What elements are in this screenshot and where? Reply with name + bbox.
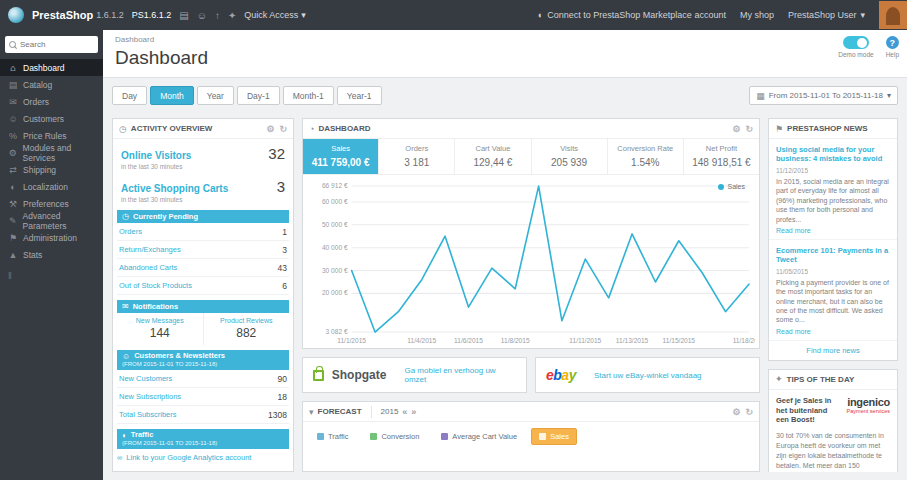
gear-icon[interactable]: ⚙ [732,407,740,417]
kpi-tab-net-profit[interactable]: Net Profit 148 918,51 € [684,139,759,174]
avg-cart-swatch-icon [441,433,448,440]
sidebar-collapse-button[interactable]: ‖ [8,271,103,281]
breadcrumb: Dashboard [115,35,154,44]
read-more-link[interactable]: Read more [776,328,890,335]
sidebar-item-localization[interactable]: ◐ Localization [0,178,103,195]
sales-chart-area: Sales 66 912 €60 000 €50 000 €40 000 €30… [303,175,759,348]
svg-text:11/15/2015: 11/15/2015 [663,337,696,344]
help-button[interactable]: ? Help [886,36,899,58]
legend-sales[interactable]: Sales [531,428,577,445]
legend-average-cart-value[interactable]: Average Cart Value [433,428,525,445]
envelope-icon: ✉ [122,302,129,311]
user-avatar[interactable] [879,1,907,29]
demo-mode-toggle[interactable]: Demo mode [838,36,873,58]
filter-year-button[interactable]: Year [197,86,234,105]
sidebar-item-customers[interactable]: ☺ Customers [0,110,103,127]
filter-day-1-button[interactable]: Day-1 [237,86,280,105]
chevron-down-icon: ▾ [301,10,306,20]
sidebar-item-catalog[interactable]: ▤ Catalog [0,76,103,93]
kpi-tab-visits[interactable]: Visits 205 939 [532,139,608,174]
filter-day-button[interactable]: Day [112,86,147,105]
filter-month-button[interactable]: Month [150,86,194,105]
modules-icon: ⚙ [8,148,18,158]
sidebar-item-price-rules[interactable]: % Price Rules [0,127,103,144]
kpi-tab-sales[interactable]: Sales 411 759,00 € [303,139,379,174]
sidebar-item-advanced-parameters[interactable]: ✎ Advanced Parameters [0,212,103,229]
article-title-link[interactable]: Ecommerce 101: Payments in a Tweet [776,246,890,265]
shopgate-link[interactable]: Ga mobiel en verhoog uw omzet [404,366,516,384]
prev-year-button[interactable]: « [402,407,407,417]
dashboard-panel: ◔ DASHBOARD ⚙ ↻ Sales 411 759,00 € [302,118,760,349]
page-title: Dashboard [115,47,208,69]
sidebar-item-stats[interactable]: ▲ Stats [0,246,103,263]
activity-overview-panel: ◷ ACTIVITY OVERVIEW ⚙ ↻ Online Visitors … [112,118,294,472]
legend-traffic[interactable]: Traffic [309,428,356,445]
sidebar-item-orders[interactable]: ✉ Orders [0,93,103,110]
legend-conversion[interactable]: Conversion [362,428,427,445]
sidebar-search[interactable] [5,36,98,53]
sales-line-chart: 66 912 €60 000 €50 000 €40 000 €30 000 €… [305,178,755,348]
module-ads: Shopgate Ga mobiel en verhoog uw omzet e… [302,357,760,393]
globe-icon: ◐ [122,431,127,440]
gift-icon[interactable]: ✦ [228,10,236,21]
sidebar-item-shipping[interactable]: ⇄ Shipping [0,161,103,178]
read-more-link[interactable]: Read more [776,227,890,234]
next-year-button[interactable]: » [411,407,416,417]
find-more-news-link[interactable]: Find more news [769,341,897,360]
chevron-down-icon: ▾ [887,91,891,100]
active-carts-link[interactable]: Active Shopping Carts [121,183,228,194]
kpi-tab-conversion-rate[interactable]: Conversion Rate 1.54% [608,139,684,174]
gear-icon[interactable]: ⚙ [732,124,740,134]
ebay-link[interactable]: Start uw eBay-winkel vandaag [594,371,702,380]
svg-text:11/11/2015: 11/11/2015 [569,337,601,344]
article-title-link[interactable]: Using social media for your business: 4 … [776,145,890,164]
refresh-icon[interactable]: ↻ [745,407,753,417]
user-menu[interactable]: PrestaShop User ▾ [788,10,865,20]
rocket-icon[interactable]: ↑ [215,10,220,21]
chart-legend: Sales [718,183,745,190]
filter-year-1-button[interactable]: Year-1 [337,86,382,105]
shopgate-logo: Shopgate [332,368,387,382]
cart-icon[interactable]: ▤ [179,10,188,21]
date-range-picker[interactable]: ▦ From 2015-11-01 To 2015-11-18 ▾ [749,86,898,105]
chevron-down-icon[interactable]: ▾ [309,407,314,417]
stats-icon: ▲ [8,250,18,260]
new-messages-cell[interactable]: New Messages 144 [117,313,204,345]
sales-swatch-icon [539,433,546,440]
kpi-tab-cart-value[interactable]: Cart Value 129,44 € [455,139,531,174]
pending-returns-row: Return/Exchanges 3 [117,241,289,259]
online-visitors-link[interactable]: Online Visitors [121,150,191,161]
out-of-stock-row: Out of Stock Products 6 [117,277,289,295]
sidebar-item-modules[interactable]: ⚙ Modules and Services [0,144,103,161]
refresh-icon[interactable]: ↻ [745,124,753,134]
filter-month-1-button[interactable]: Month-1 [283,86,334,105]
kpi-tab-orders[interactable]: Orders 3 181 [379,139,455,174]
sidebar-item-preferences[interactable]: ⚒ Preferences [0,195,103,212]
refresh-icon[interactable]: ↻ [279,124,287,134]
sidebar-item-dashboard[interactable]: ⌂ Dashboard [0,59,103,76]
clock-icon: ◷ [119,124,127,134]
svg-text:11/13/2015: 11/13/2015 [616,337,649,344]
shipping-icon: ⇄ [8,165,18,175]
tips-of-the-day-panel: ✦ TIPS OF THE DAY Geef je Sales in het b… [768,369,898,472]
sidebar-item-administration[interactable]: ⚑ Administration [0,229,103,246]
marketplace-link[interactable]: ◐ Connect to PrestaShop Marketplace acco… [538,10,726,20]
svg-text:30 000 €: 30 000 € [322,267,348,274]
localization-icon: ◐ [8,182,18,192]
google-analytics-link[interactable]: ∞ Link to your Google Analytics account [117,453,289,462]
total-subscribers-row: Total Subscribers 1308 [117,406,289,424]
product-reviews-cell[interactable]: Product Reviews 882 [204,313,290,345]
shop-version-link[interactable]: PS1.6.1.2 [132,10,172,20]
my-shop-link[interactable]: My shop [740,10,774,20]
kpi-tabs: Sales 411 759,00 € Orders 3 181 Cart Val… [303,139,759,175]
gauge-icon: ◔ [309,124,314,134]
traffic-swatch-icon [317,433,324,440]
tips-content: Geef je Sales in het buitenland een Boos… [769,390,897,472]
profile-icon[interactable]: ☺ [197,10,207,21]
search-input[interactable] [20,40,90,49]
gear-icon[interactable]: ⚙ [266,124,274,134]
flag-icon: ⚑ [775,124,783,134]
quick-access-menu[interactable]: Quick Access ▾ [244,10,306,20]
toggle-switch-icon[interactable] [843,36,869,49]
svg-text:11/1/2015: 11/1/2015 [337,337,366,344]
